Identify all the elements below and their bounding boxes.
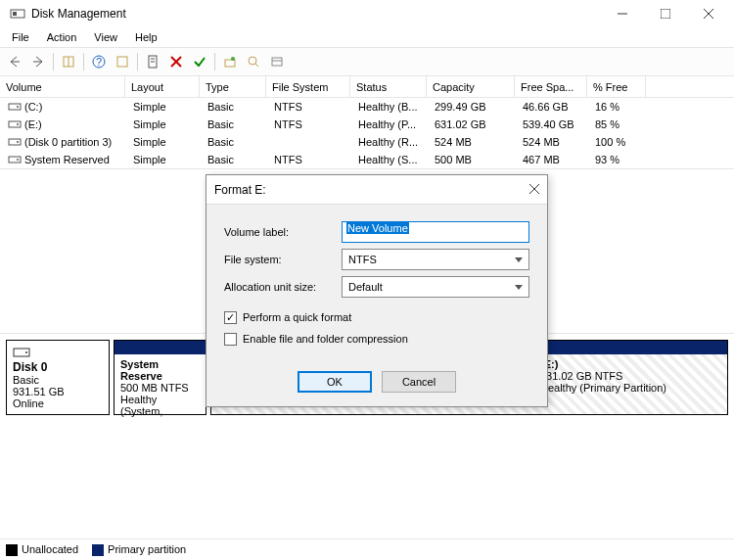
window-title: Disk Management: [31, 7, 601, 21]
col-pctfree[interactable]: % Free: [587, 76, 646, 97]
delete-icon[interactable]: [165, 51, 187, 72]
col-status[interactable]: Status: [350, 76, 427, 97]
svg-point-31: [17, 159, 19, 161]
dialog-close-icon[interactable]: [529, 184, 539, 196]
label-allocation: Allocation unit size:: [224, 281, 342, 293]
volume-table: Volume Layout Type File System Status Ca…: [0, 76, 734, 169]
dialog-title: Format E:: [214, 183, 529, 197]
svg-line-21: [255, 64, 258, 67]
label-filesystem: File system:: [224, 254, 342, 265]
menu-view[interactable]: View: [86, 29, 125, 45]
allocation-select[interactable]: Default: [342, 276, 529, 298]
col-layout[interactable]: Layout: [125, 76, 200, 97]
forward-icon[interactable]: [27, 51, 49, 72]
col-capacity[interactable]: Capacity: [427, 76, 515, 97]
col-free[interactable]: Free Spa...: [515, 76, 587, 97]
label-volume: Volume label:: [224, 226, 342, 238]
drive-icon: [8, 153, 22, 166]
menu-file[interactable]: File: [4, 29, 37, 45]
table-row[interactable]: (C:) SimpleBasicNTFSHealthy (B...299.49 …: [0, 98, 734, 116]
view-grid-icon[interactable]: [58, 51, 79, 72]
app-icon: [10, 6, 25, 22]
svg-point-33: [25, 351, 27, 353]
cancel-button[interactable]: Cancel: [382, 371, 456, 393]
svg-rect-12: [117, 57, 127, 67]
disk-icon: [13, 347, 30, 358]
svg-rect-24: [9, 104, 21, 110]
search-icon[interactable]: [243, 51, 264, 72]
minimize-button[interactable]: [601, 0, 644, 27]
svg-point-29: [17, 141, 19, 143]
drive-icon: [8, 100, 22, 114]
drive-icon: [8, 135, 22, 149]
svg-rect-30: [9, 157, 21, 163]
help-icon[interactable]: ?: [88, 51, 110, 72]
svg-point-25: [17, 106, 19, 108]
svg-rect-28: [9, 139, 21, 145]
compression-checkbox[interactable]: Enable file and folder compression: [224, 328, 529, 350]
col-type[interactable]: Type: [200, 76, 266, 97]
back-icon[interactable]: [4, 51, 25, 72]
refresh-icon[interactable]: [112, 51, 133, 72]
toolbar: ?: [0, 47, 734, 76]
maximize-button[interactable]: [644, 0, 687, 27]
menu-action[interactable]: Action: [39, 29, 85, 45]
legend-unallocated: Unallocated: [6, 543, 78, 556]
disk-info[interactable]: Disk 0 Basic 931.51 GB Online: [6, 340, 110, 415]
table-row[interactable]: (Disk 0 partition 3) SimpleBasicHealthy …: [0, 133, 734, 151]
menu-bar: File Action View Help: [0, 27, 734, 47]
quick-format-checkbox[interactable]: Perform a quick format: [224, 306, 529, 328]
close-button[interactable]: [687, 0, 730, 27]
table-row[interactable]: System Reserved SimpleBasicNTFSHealthy (…: [0, 151, 734, 168]
svg-rect-22: [272, 58, 282, 66]
title-bar: Disk Management: [0, 0, 734, 27]
list-icon[interactable]: [266, 51, 288, 72]
svg-rect-18: [225, 60, 235, 67]
drive-icon: [8, 117, 22, 131]
svg-point-20: [249, 57, 256, 65]
checkbox-icon: [224, 311, 237, 324]
svg-point-27: [17, 123, 19, 125]
svg-rect-1: [13, 12, 17, 16]
filesystem-select[interactable]: NTFS: [342, 249, 529, 270]
volume-label-input[interactable]: New Volume: [342, 221, 529, 243]
col-filesystem[interactable]: File System: [266, 76, 350, 97]
table-row[interactable]: (E:) SimpleBasicNTFSHealthy (P...631.02 …: [0, 116, 734, 133]
format-dialog: Format E: Volume label: New Volume File …: [206, 174, 548, 407]
checkbox-icon: [224, 333, 237, 346]
svg-rect-3: [661, 9, 670, 19]
menu-help[interactable]: Help: [127, 29, 165, 45]
legend-primary: Primary partition: [92, 543, 186, 556]
partition-system-reserved[interactable]: System Reserve 500 MB NTFS Healthy (Syst…: [114, 340, 206, 415]
ok-button[interactable]: OK: [298, 371, 372, 393]
svg-text:?: ?: [96, 56, 102, 68]
legend: Unallocated Primary partition: [0, 538, 734, 560]
col-volume[interactable]: Volume: [0, 76, 125, 97]
svg-rect-26: [9, 121, 21, 127]
wizard-icon[interactable]: [219, 51, 241, 72]
properties-icon[interactable]: [142, 51, 163, 72]
svg-point-19: [231, 57, 235, 61]
check-icon[interactable]: [189, 51, 210, 72]
